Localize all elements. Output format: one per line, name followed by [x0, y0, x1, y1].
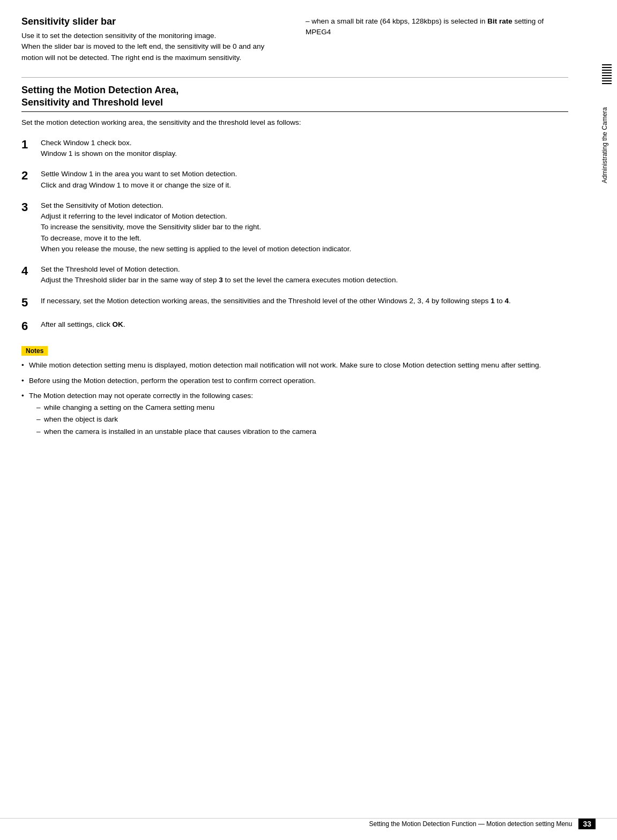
- note-item-2: Before using the Motion detection, perfo…: [21, 376, 568, 386]
- section-intro: Set the motion detection working area, t…: [21, 117, 568, 128]
- step-3: 3 Set the Sensitivity of Motion detectio…: [21, 200, 568, 254]
- step-5-content: If necessary, set the Motion detection w…: [41, 296, 568, 306]
- sidebar-line-5: [602, 75, 612, 76]
- step-2-number: 2: [21, 169, 41, 183]
- step-6-number: 6: [21, 319, 41, 333]
- step-3-number: 3: [21, 200, 41, 214]
- sidebar-line-4: [602, 72, 612, 73]
- step-6-content: After all settings, click OK.: [41, 319, 568, 330]
- step-5: 5 If necessary, set the Motion detection…: [21, 296, 568, 310]
- step-4: 4 Set the Threshold level of Motion dete…: [21, 264, 568, 286]
- sidebar-lines-decoration: [602, 64, 612, 84]
- note-sub-item-2: when the object is dark: [36, 414, 568, 425]
- step-1-number: 1: [21, 138, 41, 152]
- note-item-3: The Motion detection may not operate cor…: [21, 391, 568, 437]
- step-6: 6 After all settings, click OK.: [21, 319, 568, 333]
- note-sub-item-3: when the camera is installed in an unsta…: [36, 426, 568, 437]
- notes-list: While motion detection setting menu is d…: [21, 360, 568, 437]
- notes-section: Notes While motion detection setting men…: [21, 346, 568, 437]
- step-3-content: Set the Sensitivity of Motion detection.…: [41, 200, 568, 254]
- notes-sub-list: while changing a setting on the Camera s…: [29, 402, 568, 437]
- right-col-note: – when a small bit rate (64 kbps, 128kbp…: [306, 16, 568, 66]
- sidebar-line-2: [602, 67, 612, 68]
- sidebar-label: Administrating the Camera: [601, 107, 617, 183]
- step-5-number: 5: [21, 296, 41, 310]
- step-4-content: Set the Threshold level of Motion detect…: [41, 264, 568, 286]
- page-footer: Setting the Motion Detection Function — …: [0, 818, 617, 829]
- step-1-content: Check Window 1 check box.Window 1 is sho…: [41, 138, 568, 160]
- sidebar-line-6: [602, 78, 612, 79]
- sensitivity-body: Use it to set the detection sensitivity …: [21, 31, 284, 63]
- step-4-number: 4: [21, 264, 41, 278]
- notes-badge: Notes: [21, 346, 48, 356]
- sidebar-line-8: [602, 83, 612, 84]
- sidebar-line-7: [602, 80, 612, 81]
- right-col-text: – when a small bit rate (64 kbps, 128kbp…: [306, 16, 568, 38]
- page-number: 33: [578, 819, 596, 829]
- step-1: 1 Check Window 1 check box.Window 1 is s…: [21, 138, 568, 160]
- sensitivity-title: Sensitivity slider bar: [21, 16, 284, 27]
- step-2: 2 Settle Window 1 in the area you want t…: [21, 169, 568, 191]
- sidebar-line-1: [602, 64, 612, 65]
- note-sub-item-1: while changing a setting on the Camera s…: [36, 402, 568, 413]
- section-title: Setting the Motion Detection Area, Sensi…: [21, 77, 568, 112]
- steps-list: 1 Check Window 1 check box.Window 1 is s…: [21, 138, 568, 334]
- note-item-1: While motion detection setting menu is d…: [21, 360, 568, 371]
- footer-text: Setting the Motion Detection Function — …: [369, 820, 573, 828]
- sidebar-line-3: [602, 70, 612, 71]
- step-2-content: Settle Window 1 in the area you want to …: [41, 169, 568, 191]
- sensitivity-section: Sensitivity slider bar Use it to set the…: [21, 16, 284, 66]
